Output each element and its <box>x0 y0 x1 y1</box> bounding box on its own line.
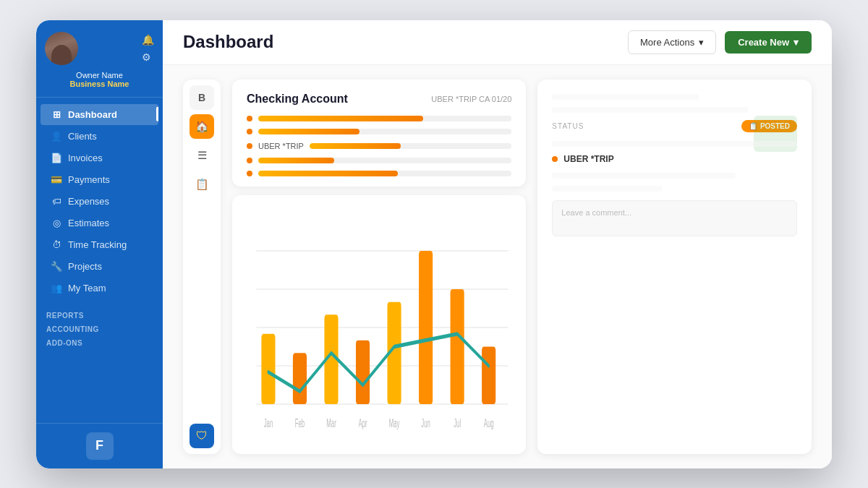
svg-text:Jan: Jan <box>264 416 273 429</box>
sidebar-item-projects[interactable]: 🔧 Projects <box>41 256 158 277</box>
sidebar-item-label: Clients <box>68 131 97 142</box>
table-row <box>247 171 511 176</box>
estimates-icon: ◎ <box>51 218 62 228</box>
sidebar: 🔔 ⚙ Owner Name Business Name ⊞ Dashboard… <box>36 20 163 468</box>
sidebar-item-clients[interactable]: 👤 Clients <box>41 126 158 147</box>
mini-shield-icon[interactable]: 🛡 <box>190 424 214 448</box>
avatar-row: 🔔 ⚙ <box>45 32 154 65</box>
main-content: Dashboard More Actions ▾ Create New ▾ B … <box>163 20 832 468</box>
payments-icon: 💳 <box>51 174 62 185</box>
business-name: Business Name <box>45 80 154 88</box>
svg-text:Jul: Jul <box>454 416 461 429</box>
row-dot <box>247 171 252 176</box>
mini-sidebar: B 🏠 ☰ 📋 🛡 <box>183 80 221 454</box>
row-dot <box>247 143 252 149</box>
time-tracking-icon: ⏱ <box>51 239 62 250</box>
sidebar-item-label: My Team <box>68 283 106 294</box>
svg-text:Aug: Aug <box>484 416 494 429</box>
sidebar-item-payments[interactable]: 💳 Payments <box>41 169 158 190</box>
blur-row <box>552 107 748 113</box>
row-bar-bg <box>258 158 511 163</box>
owner-name: Owner Name <box>45 71 154 80</box>
sidebar-item-label: Estimates <box>68 218 109 228</box>
svg-rect-11 <box>451 289 464 404</box>
row-bar-bg <box>310 143 511 149</box>
user-info: Owner Name Business Name <box>45 71 154 88</box>
account-header: Checking Account UBER *TRIP CA 01/20 <box>247 93 511 106</box>
invoices-icon: 📄 <box>51 153 62 163</box>
logo-letter: F <box>95 438 103 453</box>
accounting-label[interactable]: Accounting <box>36 321 163 335</box>
sidebar-item-label: Invoices <box>68 153 103 163</box>
table-row <box>247 158 511 163</box>
projects-icon: 🔧 <box>51 261 62 272</box>
chart-svg: Jan Feb Mar Apr May Jun Jul Aug <box>244 213 514 442</box>
row-bar <box>258 116 423 121</box>
table-row <box>247 129 511 134</box>
dashboard-icon: ⊞ <box>51 109 62 120</box>
reports-label[interactable]: Reports <box>36 307 163 321</box>
uber-label: UBER *TRIP <box>563 154 613 164</box>
row-dot <box>247 129 252 134</box>
row-bar <box>258 158 334 163</box>
topbar: Dashboard More Actions ▾ Create New ▾ <box>163 20 832 65</box>
account-rows: UBER *TRIP <box>247 116 511 176</box>
create-new-button[interactable]: Create New ▾ <box>725 31 812 53</box>
account-card: Checking Account UBER *TRIP CA 01/20 <box>232 80 526 187</box>
sidebar-item-estimates[interactable]: ◎ Estimates <box>41 213 158 234</box>
sidebar-item-label: Dashboard <box>68 109 117 120</box>
mini-icon-list[interactable]: ☰ <box>190 143 214 168</box>
account-title: Checking Account <box>247 93 348 106</box>
table-row <box>247 116 511 121</box>
avatar <box>45 32 78 65</box>
create-new-chevron-icon: ▾ <box>793 37 799 48</box>
gear-icon[interactable]: ⚙ <box>142 51 154 63</box>
topbar-actions: More Actions ▾ Create New ▾ <box>628 30 812 54</box>
sidebar-nav: ⊞ Dashboard 👤 Clients 📄 Invoices 💳 Payme… <box>36 98 163 423</box>
clients-icon: 👤 <box>51 131 62 142</box>
sidebar-item-expenses[interactable]: 🏷 Expenses <box>41 191 158 212</box>
row-bar <box>310 143 401 149</box>
uber-trip-row: UBER *TRIP <box>552 154 797 164</box>
avatar-face <box>45 32 78 65</box>
blur-row <box>552 141 797 147</box>
svg-text:May: May <box>389 416 400 429</box>
comment-box[interactable]: Leave a comment... <box>552 200 797 236</box>
left-panel: Checking Account UBER *TRIP CA 01/20 <box>232 80 526 454</box>
more-actions-button[interactable]: More Actions ▾ <box>628 30 716 54</box>
sidebar-item-my-team[interactable]: 👥 My Team <box>41 278 158 299</box>
dashboard-body: B 🏠 ☰ 📋 🛡 Checking Account UBER *TRIP CA… <box>163 65 832 468</box>
row-dot <box>247 158 252 163</box>
svg-text:Jun: Jun <box>421 416 430 429</box>
sidebar-bottom: F <box>36 423 163 468</box>
page-title: Dashboard <box>183 32 273 52</box>
mini-icon-doc[interactable]: 📋 <box>190 172 214 197</box>
app-wrapper: 🔔 ⚙ Owner Name Business Name ⊞ Dashboard… <box>36 20 832 468</box>
sidebar-item-label: Projects <box>68 261 102 272</box>
mini-icon-letter[interactable]: B <box>190 85 214 110</box>
row-bar-bg <box>258 116 511 121</box>
blur-row <box>552 173 736 179</box>
row-bar <box>258 129 359 134</box>
sidebar-item-label: Time Tracking <box>68 239 127 250</box>
table-row: UBER *TRIP <box>247 142 511 150</box>
create-new-label: Create New <box>738 37 789 48</box>
svg-text:Mar: Mar <box>326 416 336 429</box>
svg-rect-6 <box>293 353 307 404</box>
mini-icon-home[interactable]: 🏠 <box>190 114 214 139</box>
row-dot <box>247 116 252 121</box>
account-id: UBER *TRIP CA 01/20 <box>431 95 511 103</box>
row-bar-bg <box>258 171 511 176</box>
bell-icon[interactable]: 🔔 <box>142 34 154 46</box>
sidebar-item-label: Payments <box>68 174 110 185</box>
sidebar-header: 🔔 ⚙ Owner Name Business Name <box>36 20 163 98</box>
addons-label[interactable]: Add-ons <box>36 335 163 348</box>
row-bar <box>258 171 398 176</box>
more-actions-label: More Actions <box>640 37 694 48</box>
svg-rect-8 <box>356 340 370 403</box>
sidebar-item-invoices[interactable]: 📄 Invoices <box>41 147 158 168</box>
svg-rect-5 <box>261 333 275 403</box>
sidebar-item-time-tracking[interactable]: ⏱ Time Tracking <box>41 234 158 255</box>
sidebar-item-dashboard[interactable]: ⊞ Dashboard <box>41 104 158 125</box>
blur-row <box>552 94 699 100</box>
